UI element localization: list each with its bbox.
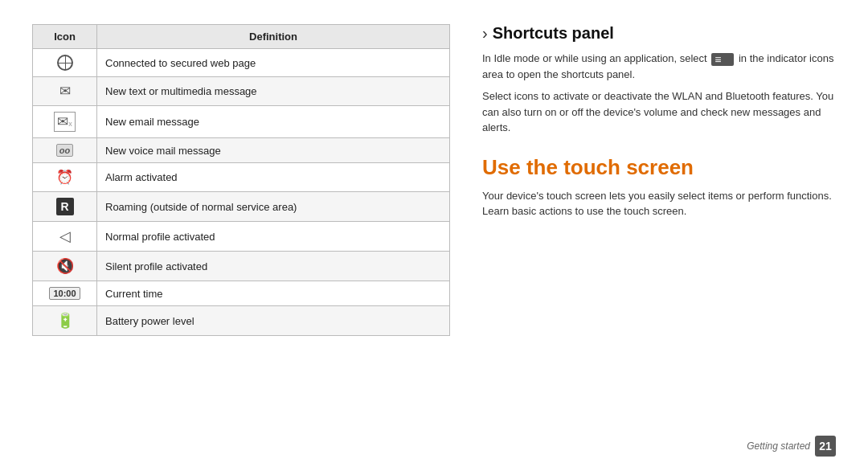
vibrate-icon: ◁ <box>33 222 97 252</box>
table-row: ✉xNew email message <box>33 106 450 138</box>
page-number: 21 <box>815 436 836 457</box>
globe-icon <box>33 49 97 77</box>
table-row: ◁Normal profile activated <box>33 222 450 252</box>
definition-cell: Connected to secured web page <box>97 49 450 77</box>
col-header-icon: Icon <box>33 25 97 49</box>
right-column: › Shortcuts panel In Idle mode or while … <box>482 24 836 455</box>
voicemail-icon: oo <box>33 138 97 163</box>
col-header-definition: Definition <box>97 25 450 49</box>
touch-screen-text: Your device's touch screen lets you easi… <box>482 188 836 219</box>
page-footer: Getting started 21 <box>747 436 836 457</box>
silent-icon: 🔇 <box>33 252 97 281</box>
definition-cell: Battery power level <box>97 306 450 336</box>
definition-cell: New voice mail message <box>97 138 450 163</box>
icon-definition-table: Icon Definition Connected to secured web… <box>32 24 450 336</box>
table-row: ✉New text or multimedia message <box>33 77 450 106</box>
roaming-icon: R <box>33 192 97 222</box>
shortcuts-panel-section: › Shortcuts panel In Idle mode or while … <box>482 24 836 136</box>
alarm-icon: ⏰ <box>33 163 97 192</box>
menu-button-icon <box>711 53 734 66</box>
sms-icon: ✉ <box>33 77 97 106</box>
definition-cell: Current time <box>97 281 450 306</box>
shortcuts-panel-title: › Shortcuts panel <box>482 24 836 43</box>
definition-cell: New email message <box>97 106 450 138</box>
table-row: 🔋Battery power level <box>33 306 450 336</box>
shortcuts-panel-text1: In Idle mode or while using an applicati… <box>482 51 836 82</box>
table-row: ooNew voice mail message <box>33 138 450 163</box>
email-icon: ✉x <box>33 106 97 138</box>
battery-icon: 🔋 <box>33 306 97 336</box>
table-row: 10:00Current time <box>33 281 450 306</box>
page-container: Icon Definition Connected to secured web… <box>0 0 868 471</box>
definition-cell: New text or multimedia message <box>97 77 450 106</box>
touch-screen-heading: Use the touch screen <box>482 155 836 180</box>
chevron-right-icon: › <box>482 24 488 43</box>
definition-cell: Roaming (outside of normal service area) <box>97 192 450 222</box>
time-icon: 10:00 <box>33 281 97 306</box>
icon-table-section: Icon Definition Connected to secured web… <box>32 24 450 455</box>
table-row: 🔇Silent profile activated <box>33 252 450 281</box>
table-row: ⏰Alarm activated <box>33 163 450 192</box>
definition-cell: Alarm activated <box>97 163 450 192</box>
definition-cell: Normal profile activated <box>97 222 450 252</box>
shortcuts-panel-heading: Shortcuts panel <box>493 24 614 43</box>
shortcuts-panel-text2: Select icons to activate or deactivate t… <box>482 88 836 136</box>
table-row: RRoaming (outside of normal service area… <box>33 192 450 222</box>
table-row: Connected to secured web page <box>33 49 450 77</box>
definition-cell: Silent profile activated <box>97 252 450 281</box>
touch-screen-section: Use the touch screen Your device's touch… <box>482 155 836 219</box>
footer-label: Getting started <box>747 440 810 452</box>
